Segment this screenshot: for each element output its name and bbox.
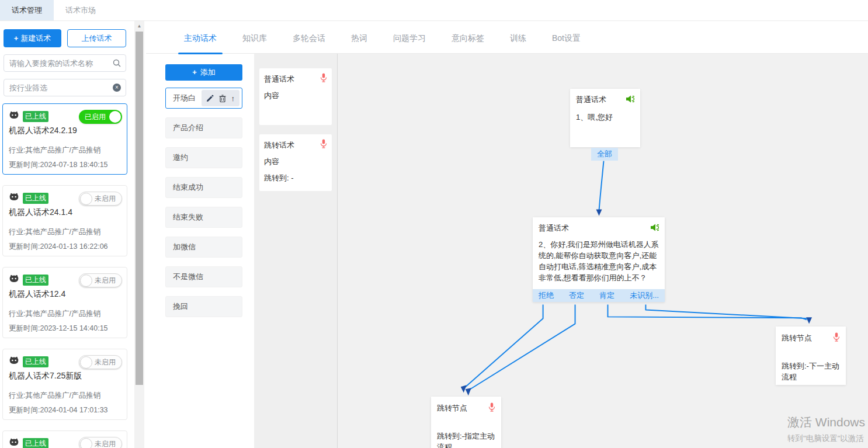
- node-template-list: 普通话术 内容 跳转话术 内容 跳转到: -: [254, 54, 337, 448]
- branch-label-unrecognized[interactable]: 未识别...: [630, 290, 659, 301]
- add-stage-button[interactable]: +添加: [165, 64, 242, 81]
- tab-training[interactable]: 训练: [497, 33, 539, 53]
- module-tab-bar: 主动话术 知识库 多轮会话 热词 问题学习 意向标签 训练 Bot设置: [146, 21, 868, 54]
- update-time: 更新时间:2024-01-13 16:22:06: [9, 242, 121, 252]
- speaker-icon: [651, 224, 659, 233]
- node-title: 跳转节点: [437, 403, 467, 414]
- template-card-jump-script[interactable]: 跳转话术 内容 跳转到: -: [259, 134, 332, 191]
- online-badge: 已上线: [23, 356, 48, 367]
- scroll-up-icon[interactable]: ▲: [134, 23, 144, 29]
- tab-multi-turn[interactable]: 多轮会话: [280, 33, 338, 53]
- update-time: 更新时间:2023-12-15 14:40:15: [9, 324, 121, 334]
- update-time: 更新时间:2024-01-04 17:01:33: [9, 405, 121, 415]
- enable-toggle[interactable]: 未启用: [79, 355, 122, 369]
- stage-item-win-back[interactable]: 挽回: [165, 296, 242, 317]
- robot-icon: [9, 438, 19, 448]
- online-badge: 已上线: [23, 275, 48, 286]
- speaker-icon: [626, 95, 634, 105]
- update-time: 更新时间:2024-07-18 18:40:15: [9, 160, 121, 170]
- tab-hot-words[interactable]: 热词: [338, 33, 380, 53]
- plus-icon: +: [14, 34, 19, 43]
- stage-label: 开场白: [173, 93, 196, 103]
- node-title: 跳转节点: [782, 333, 812, 343]
- scrollbar-thumb[interactable]: [136, 32, 143, 385]
- script-card[interactable]: 已上线 未启用 机器人话术12.4 行业:其他产品推广/产品推销 更新时间:20…: [2, 267, 127, 338]
- stage-item-invite[interactable]: 邀约: [165, 147, 242, 168]
- toggle-knob: [80, 275, 92, 287]
- tab-intent-tags[interactable]: 意向标签: [439, 33, 497, 53]
- windows-activation-watermark: 激活 Windows 转到"电脑设置"以激活: [787, 414, 865, 444]
- microphone-icon: [488, 402, 495, 414]
- microphone-icon: [320, 139, 327, 151]
- robot-icon: [9, 111, 19, 122]
- stage-item-add-wechat[interactable]: 加微信: [165, 237, 242, 258]
- branch-bar: 拒绝 否定 肯定 未识别...: [533, 289, 665, 302]
- upload-script-button[interactable]: 上传话术: [67, 29, 126, 47]
- plus-icon: +: [192, 68, 197, 77]
- script-search-input[interactable]: [4, 54, 126, 72]
- flow-node-jump-specified[interactable]: 跳转节点 跳转到:-指定主动流程: [431, 397, 501, 448]
- toggle-knob: [80, 193, 92, 205]
- online-badge: 已上线: [23, 438, 48, 448]
- node-text: 2、你好,我们是郑州做电话机器人系统的,能帮你自动获取意向客户,还能自动打电话,…: [539, 239, 659, 283]
- script-card[interactable]: 已上线 未启用 机器人话术7.21新版: [2, 430, 127, 448]
- toggle-knob: [109, 111, 121, 123]
- stage-item-opening[interactable]: 开场白 ↑: [165, 88, 242, 109]
- tab-bot-settings[interactable]: Bot设置: [539, 33, 593, 53]
- stage-list: +添加 开场白 ↑ 产品介绍 邀约 结束成功 结束失败 加微信 不是: [146, 54, 254, 448]
- branch-label-affirm[interactable]: 肯定: [599, 290, 614, 301]
- node-title: 普通话术: [539, 223, 569, 234]
- template-card-normal-script[interactable]: 普通话术 内容: [259, 68, 332, 125]
- robot-icon: [9, 275, 19, 286]
- industry-text: 行业:其他产品推广/产品推销: [9, 145, 121, 155]
- stage-item-product-intro[interactable]: 产品介绍: [165, 117, 242, 138]
- stage-toolbar: ↑: [202, 90, 240, 106]
- branch-label-reject[interactable]: 拒绝: [539, 290, 554, 301]
- industry-text: 行业:其他产品推广/产品推销: [9, 227, 121, 237]
- stage-item-end-fail[interactable]: 结束失败: [165, 207, 242, 228]
- stage-item-end-success[interactable]: 结束成功: [165, 177, 242, 198]
- tab-knowledge-base[interactable]: 知识库: [230, 33, 280, 53]
- tab-question-learning[interactable]: 问题学习: [380, 33, 439, 53]
- edit-icon[interactable]: [206, 95, 214, 102]
- clear-icon[interactable]: ×: [112, 83, 121, 92]
- robot-icon: [9, 356, 19, 367]
- sidebar-scrollbar[interactable]: ▲: [130, 21, 146, 448]
- top-tab-script-market[interactable]: 话术市场: [54, 0, 107, 20]
- scrollbar-track[interactable]: ▲: [134, 21, 144, 448]
- branch-label-negative[interactable]: 否定: [569, 290, 584, 301]
- move-up-icon[interactable]: ↑: [231, 94, 235, 103]
- industry-text: 行业:其他产品推广/产品推销: [9, 309, 121, 319]
- script-card[interactable]: 已上线 已启用 机器人话术24.2.19 行业:其他产品推广/产品推销 更新时间…: [2, 103, 127, 175]
- script-card[interactable]: 已上线 未启用 机器人话术24.1.4 行业:其他产品推广/产品推销 更新时间:…: [2, 185, 127, 256]
- node-text: 跳转到:-下一主动流程: [782, 361, 840, 383]
- branch-label-all[interactable]: 全部: [591, 148, 618, 161]
- toggle-knob: [80, 356, 92, 369]
- node-title: 普通话术: [576, 95, 606, 105]
- enable-toggle[interactable]: 未启用: [79, 192, 122, 206]
- script-title: 机器人话术24.2.19: [9, 126, 121, 136]
- flow-node-jump-next[interactable]: 跳转节点 跳转到:-下一主动流程: [776, 327, 846, 385]
- enable-toggle[interactable]: 未启用: [79, 437, 122, 448]
- flow-canvas[interactable]: 普通话术 1、喂,您好 全部 普通话术 2、你好,我们是郑州做电话机器人系统的,…: [337, 54, 868, 448]
- script-title: 机器人话术24.1.4: [9, 207, 121, 218]
- tab-active-script[interactable]: 主动话术: [171, 33, 230, 53]
- online-badge: 已上线: [23, 111, 48, 122]
- script-card-list: 已上线 已启用 机器人话术24.2.19 行业:其他产品推广/产品推销 更新时间…: [2, 103, 127, 448]
- flow-node-opening[interactable]: 普通话术 1、喂,您好: [570, 89, 640, 147]
- industry-filter-input[interactable]: [4, 79, 126, 96]
- microphone-icon: [320, 73, 327, 85]
- new-script-button[interactable]: +新建话术: [4, 29, 61, 47]
- enable-toggle[interactable]: 未启用: [79, 273, 122, 287]
- trash-icon[interactable]: [219, 95, 226, 102]
- top-tab-script-management[interactable]: 话术管理: [0, 0, 54, 20]
- flow-node-main-pitch[interactable]: 普通话术 2、你好,我们是郑州做电话机器人系统的,能帮你自动获取意向客户,还能自…: [533, 217, 665, 302]
- script-card[interactable]: 已上线 未启用 机器人话术7.25新版 行业:其他产品推广/产品推销 更新时间:…: [2, 349, 127, 420]
- stage-item-not-wechat[interactable]: 不是微信: [165, 266, 242, 287]
- script-list-panel: +新建话术 上传话术 × 已上线 已启用: [0, 21, 130, 448]
- app-window: 话术管理 话术市场 +新建话术 上传话术 ×: [0, 0, 868, 448]
- enable-toggle[interactable]: 已启用: [79, 110, 122, 124]
- script-title: 机器人话术12.4: [9, 289, 121, 300]
- microphone-icon: [833, 332, 840, 343]
- online-badge: 已上线: [23, 193, 48, 204]
